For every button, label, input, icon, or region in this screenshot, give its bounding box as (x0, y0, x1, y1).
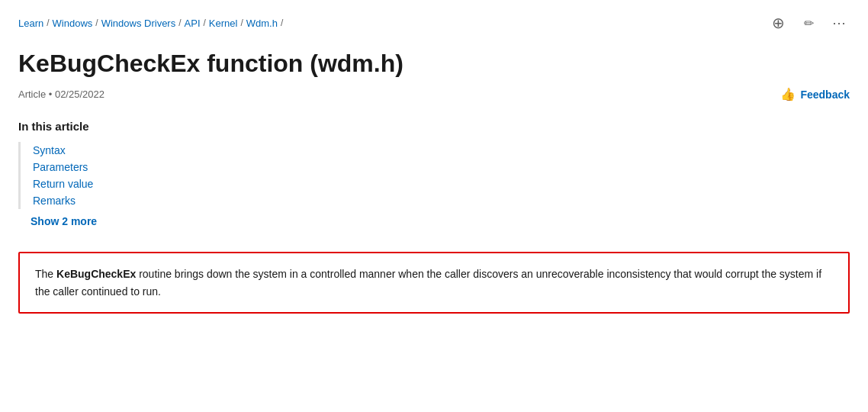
more-icon: ⋯ (832, 14, 847, 31)
toc-section: In this article Syntax Parameters Return… (18, 120, 850, 233)
show-more-button[interactable]: Show 2 more (18, 209, 97, 233)
breadcrumb-windows[interactable]: Windows (53, 18, 93, 29)
breadcrumb-learn[interactable]: Learn (18, 18, 43, 29)
article-meta: Article • 02/25/2022 👍 Feedback (18, 87, 850, 101)
edit-icon: ✏ (804, 16, 814, 31)
toc-item-remarks: Remarks (21, 192, 850, 209)
feedback-link[interactable]: 👍 Feedback (780, 87, 850, 101)
feedback-label: Feedback (800, 89, 850, 101)
breadcrumb-sep-1: / (95, 18, 98, 28)
more-button[interactable]: ⋯ (828, 12, 850, 34)
add-button[interactable]: ⊕ (767, 12, 789, 34)
breadcrumb: Learn / Windows / Windows Drivers / API … (18, 12, 850, 34)
breadcrumb-sep-0: / (47, 18, 49, 28)
description-box: The KeBugCheckEx routine brings down the… (18, 252, 850, 314)
toc-item-return-value: Return value (21, 175, 850, 192)
toc-link-remarks[interactable]: Remarks (33, 195, 76, 207)
breadcrumb-sep-3: / (204, 18, 206, 28)
toc-link-return-value[interactable]: Return value (33, 178, 93, 190)
toc-link-syntax[interactable]: Syntax (33, 144, 66, 156)
breadcrumb-sep-5: / (281, 18, 283, 28)
feedback-icon: 👍 (780, 87, 796, 101)
breadcrumb-windows-drivers[interactable]: Windows Drivers (101, 18, 176, 29)
breadcrumb-actions: ⊕ ✏ ⋯ (767, 12, 850, 34)
add-icon: ⊕ (772, 14, 785, 32)
toc-item-parameters: Parameters (21, 159, 850, 175)
breadcrumb-sep-4: / (240, 18, 243, 28)
toc-item-syntax: Syntax (21, 142, 850, 159)
description-keyword: KeBugCheckEx (56, 268, 136, 280)
edit-button[interactable]: ✏ (798, 12, 819, 34)
breadcrumb-api[interactable]: API (185, 18, 201, 29)
description-text-after: routine brings down the system in a cont… (35, 268, 821, 297)
breadcrumb-sep-2: / (178, 18, 181, 28)
description-text-before: The (35, 268, 56, 280)
meta-text: Article • 02/25/2022 (18, 89, 104, 100)
breadcrumb-wdmh[interactable]: Wdm.h (246, 18, 278, 29)
toc-title: In this article (18, 120, 850, 133)
breadcrumb-kernel[interactable]: Kernel (209, 18, 238, 29)
toc-list: Syntax Parameters Return value Remarks (18, 142, 850, 209)
page-title: KeBugCheckEx function (wdm.h) (18, 49, 850, 78)
toc-link-parameters[interactable]: Parameters (33, 161, 88, 173)
